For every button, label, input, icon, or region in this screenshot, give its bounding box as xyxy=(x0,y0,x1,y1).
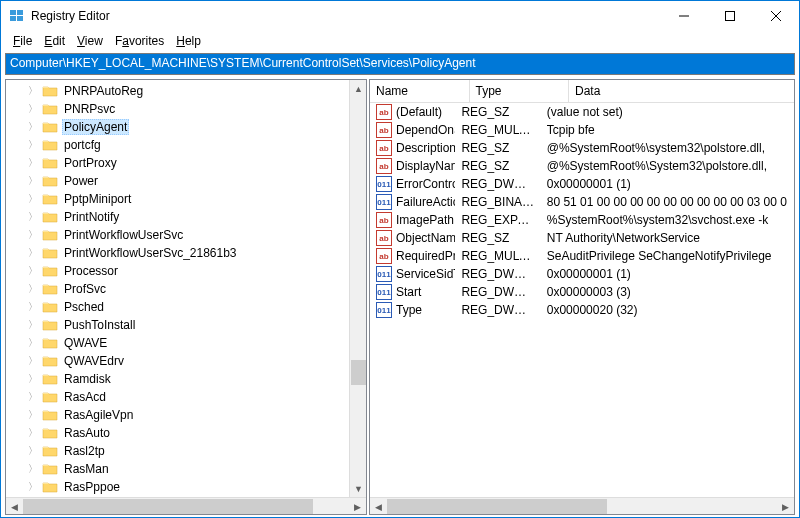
tree-item[interactable]: 〉PushToInstall xyxy=(6,316,366,334)
tree-item[interactable]: 〉Power xyxy=(6,172,366,190)
tree-item[interactable]: 〉PptpMiniport xyxy=(6,190,366,208)
chevron-right-icon[interactable]: 〉 xyxy=(28,462,40,476)
value-name: DependOnService xyxy=(396,123,455,137)
value-row[interactable]: 011FailureActionsREG_BINARY80 51 01 00 0… xyxy=(370,193,794,211)
value-data: %SystemRoot%\system32\svchost.exe -k xyxy=(541,213,794,227)
column-type[interactable]: Type xyxy=(470,80,570,102)
tree-item[interactable]: 〉RasPppoe xyxy=(6,478,366,496)
chevron-right-icon[interactable]: 〉 xyxy=(28,390,40,404)
folder-icon xyxy=(42,480,58,494)
value-row[interactable]: abDescriptionREG_SZ@%SystemRoot%\system3… xyxy=(370,139,794,157)
value-row[interactable]: 011ErrorControlREG_DWORD0x00000001 (1) xyxy=(370,175,794,193)
value-row[interactable]: abImagePathREG_EXPAND_SZ%SystemRoot%\sys… xyxy=(370,211,794,229)
tree-item[interactable]: 〉QWAVE xyxy=(6,334,366,352)
tree-item[interactable]: 〉PolicyAgent xyxy=(6,118,366,136)
column-name[interactable]: Name xyxy=(370,80,470,102)
tree-item[interactable]: 〉RasAcd xyxy=(6,388,366,406)
chevron-right-icon[interactable]: 〉 xyxy=(28,102,40,116)
chevron-right-icon[interactable]: 〉 xyxy=(28,336,40,350)
value-row[interactable]: abRequiredPrivileg...REG_MULTI_SZSeAudit… xyxy=(370,247,794,265)
chevron-right-icon[interactable]: 〉 xyxy=(28,282,40,296)
tree-item[interactable]: 〉RasAgileVpn xyxy=(6,406,366,424)
menu-favorites[interactable]: Favorites xyxy=(109,32,170,50)
tree-item[interactable]: 〉portcfg xyxy=(6,136,366,154)
chevron-right-icon[interactable]: 〉 xyxy=(28,444,40,458)
tree-item[interactable]: 〉PrintWorkflowUserSvc_21861b3 xyxy=(6,244,366,262)
binary-value-icon: 011 xyxy=(376,176,392,192)
tree-item[interactable]: 〉PNRPAutoReg xyxy=(6,82,366,100)
folder-icon xyxy=(42,300,58,314)
chevron-right-icon[interactable]: 〉 xyxy=(28,354,40,368)
value-row[interactable]: 011StartREG_DWORD0x00000003 (3) xyxy=(370,283,794,301)
address-bar[interactable]: Computer\HKEY_LOCAL_MACHINE\SYSTEM\Curre… xyxy=(5,53,795,75)
folder-icon xyxy=(42,372,58,386)
chevron-right-icon[interactable]: 〉 xyxy=(28,264,40,278)
tree-item[interactable]: 〉QWAVEdrv xyxy=(6,352,366,370)
folder-icon xyxy=(42,84,58,98)
tree-item[interactable]: 〉Ramdisk xyxy=(6,370,366,388)
chevron-right-icon[interactable]: 〉 xyxy=(28,192,40,206)
chevron-right-icon[interactable]: 〉 xyxy=(28,318,40,332)
value-name: DisplayName xyxy=(396,159,455,173)
value-row[interactable]: 011TypeREG_DWORD0x00000020 (32) xyxy=(370,301,794,319)
folder-icon xyxy=(42,210,58,224)
tree-view[interactable]: 〉PNRPAutoReg〉PNRPsvc〉PolicyAgent〉portcfg… xyxy=(5,79,367,515)
binary-value-icon: 011 xyxy=(376,266,392,282)
value-row[interactable]: ab(Default)REG_SZ(value not set) xyxy=(370,103,794,121)
close-button[interactable] xyxy=(753,1,799,31)
value-row[interactable]: 011ServiceSidTypeREG_DWORD0x00000001 (1) xyxy=(370,265,794,283)
tree-item[interactable]: 〉ProfSvc xyxy=(6,280,366,298)
minimize-button[interactable] xyxy=(661,1,707,31)
tree-item-label: PortProxy xyxy=(62,156,119,170)
chevron-right-icon[interactable]: 〉 xyxy=(28,138,40,152)
folder-icon xyxy=(42,138,58,152)
list-horizontal-scrollbar[interactable]: ◀ ▶ xyxy=(370,497,794,514)
maximize-button[interactable] xyxy=(707,1,753,31)
menu-help[interactable]: Help xyxy=(170,32,207,50)
tree-item[interactable]: 〉Psched xyxy=(6,298,366,316)
tree-item[interactable]: 〉Rasl2tp xyxy=(6,442,366,460)
value-row[interactable]: abDisplayNameREG_SZ@%SystemRoot%\System3… xyxy=(370,157,794,175)
value-type: REG_EXPAND_SZ xyxy=(455,213,540,227)
list-header: Name Type Data xyxy=(370,80,794,103)
chevron-right-icon[interactable]: 〉 xyxy=(28,210,40,224)
value-data: SeAuditPrivilege SeChangeNotifyPrivilege xyxy=(541,249,794,263)
chevron-right-icon[interactable]: 〉 xyxy=(28,372,40,386)
value-type: REG_SZ xyxy=(455,231,540,245)
value-row[interactable]: abDependOnServiceREG_MULTI_SZTcpip bfe xyxy=(370,121,794,139)
tree-item-label: Rasl2tp xyxy=(62,444,107,458)
value-row[interactable]: abObjectNameREG_SZNT Authority\NetworkSe… xyxy=(370,229,794,247)
tree-item-label: Power xyxy=(62,174,100,188)
column-data[interactable]: Data xyxy=(569,80,794,102)
tree-item[interactable]: 〉Processor xyxy=(6,262,366,280)
chevron-right-icon[interactable]: 〉 xyxy=(28,480,40,494)
value-name: (Default) xyxy=(396,105,442,119)
tree-horizontal-scrollbar[interactable]: ◀ ▶ xyxy=(6,497,366,514)
folder-icon xyxy=(42,444,58,458)
tree-item[interactable]: 〉PortProxy xyxy=(6,154,366,172)
tree-item[interactable]: 〉PrintNotify xyxy=(6,208,366,226)
value-list[interactable]: Name Type Data ab(Default)REG_SZ(value n… xyxy=(369,79,795,515)
chevron-right-icon[interactable]: 〉 xyxy=(28,156,40,170)
chevron-right-icon[interactable]: 〉 xyxy=(28,408,40,422)
folder-icon xyxy=(42,174,58,188)
chevron-right-icon[interactable]: 〉 xyxy=(28,300,40,314)
menu-view[interactable]: View xyxy=(71,32,109,50)
tree-item-label: PolicyAgent xyxy=(62,119,129,135)
tree-item[interactable]: 〉PNRPsvc xyxy=(6,100,366,118)
chevron-right-icon[interactable]: 〉 xyxy=(28,426,40,440)
menu-edit[interactable]: Edit xyxy=(38,32,71,50)
chevron-right-icon[interactable]: 〉 xyxy=(28,174,40,188)
tree-item-label: Ramdisk xyxy=(62,372,113,386)
tree-item[interactable]: 〉RasMan xyxy=(6,460,366,478)
menu-file[interactable]: File xyxy=(7,32,38,50)
chevron-right-icon[interactable]: 〉 xyxy=(28,84,40,98)
chevron-right-icon[interactable]: 〉 xyxy=(28,120,40,134)
chevron-right-icon[interactable]: 〉 xyxy=(28,228,40,242)
value-name: ImagePath xyxy=(396,213,454,227)
chevron-right-icon[interactable]: 〉 xyxy=(28,246,40,260)
tree-item[interactable]: 〉RasAuto xyxy=(6,424,366,442)
tree-vertical-scrollbar[interactable]: ▲ ▼ xyxy=(349,80,366,497)
tree-item-label: RasMan xyxy=(62,462,111,476)
tree-item[interactable]: 〉PrintWorkflowUserSvc xyxy=(6,226,366,244)
